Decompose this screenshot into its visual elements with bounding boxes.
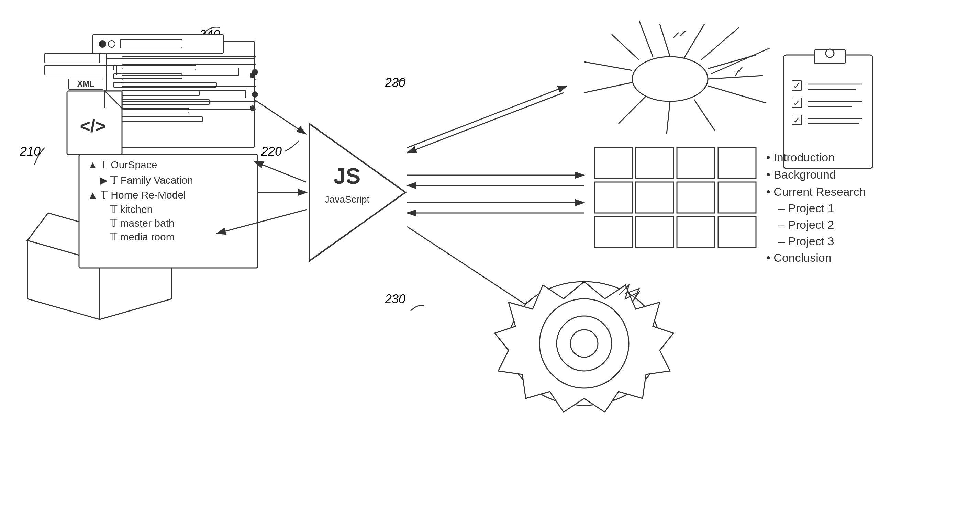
svg-point-17: [99, 41, 106, 48]
svg-rect-105: [718, 216, 756, 247]
svg-rect-104: [677, 216, 715, 247]
svg-line-71: [612, 34, 639, 60]
diagram-container: 240 220 230 210 230: [0, 0, 980, 509]
svg-line-54: [407, 93, 563, 153]
svg-point-81: [826, 49, 834, 57]
svg-line-62: [684, 24, 705, 59]
svg-marker-46: [309, 124, 406, 261]
svg-text:• Current Research: • Current Research: [766, 185, 866, 198]
svg-rect-20: [45, 53, 100, 63]
svg-point-32: [252, 91, 258, 98]
svg-rect-98: [595, 182, 632, 213]
svg-point-31: [252, 69, 258, 75]
svg-line-50: [254, 162, 306, 182]
svg-line-67: [667, 101, 670, 134]
svg-text:XML: XML: [77, 79, 95, 88]
svg-text:▶ 𝕋 Family Vacation: ▶ 𝕋 Family Vacation: [100, 174, 193, 186]
svg-point-60: [632, 57, 708, 101]
svg-text:✓: ✓: [793, 115, 801, 125]
svg-line-77: [739, 67, 742, 72]
svg-text:▲ 𝕋 Home Re-Model: ▲ 𝕋 Home Re-Model: [88, 189, 186, 201]
svg-line-49: [254, 100, 306, 134]
svg-line-61: [660, 24, 670, 57]
svg-rect-96: [677, 148, 715, 179]
svg-line-65: [708, 86, 766, 103]
svg-point-116: [570, 330, 598, 357]
svg-rect-101: [718, 182, 756, 213]
svg-text:𝕋 media room: 𝕋 media room: [110, 231, 175, 243]
svg-rect-99: [636, 182, 673, 213]
svg-text:JS: JS: [334, 164, 360, 189]
svg-text:𝕋 master bath: 𝕋 master bath: [110, 217, 175, 229]
svg-line-72: [639, 21, 653, 57]
svg-text:✓: ✓: [793, 98, 801, 108]
svg-text:✓: ✓: [793, 81, 801, 91]
svg-text:• Introduction: • Introduction: [766, 151, 835, 164]
svg-text:– Project 2: – Project 2: [778, 218, 834, 231]
svg-line-76: [673, 33, 679, 38]
svg-text:𝕋 kitchen: 𝕋 kitchen: [110, 204, 153, 215]
svg-line-78: [735, 70, 739, 76]
svg-rect-100: [677, 182, 715, 213]
svg-rect-103: [636, 216, 673, 247]
svg-line-66: [694, 100, 715, 130]
svg-rect-95: [636, 148, 673, 179]
svg-line-69: [584, 82, 632, 93]
svg-line-53: [407, 86, 567, 148]
svg-text:– Project 3: – Project 3: [778, 235, 834, 247]
svg-text:• Conclusion: • Conclusion: [766, 251, 832, 264]
svg-line-59: [407, 227, 533, 309]
svg-text:• Background: • Background: [766, 168, 836, 181]
svg-line-70: [584, 62, 632, 70]
svg-rect-97: [718, 148, 756, 179]
svg-line-68: [619, 96, 646, 124]
svg-text:</>: </>: [80, 116, 105, 136]
svg-line-64: [708, 76, 763, 79]
svg-text:▲ 𝕋 OurSpace: ▲ 𝕋 OurSpace: [88, 159, 157, 170]
svg-rect-94: [595, 148, 632, 179]
svg-line-73: [701, 27, 739, 60]
svg-point-15: [250, 105, 255, 111]
svg-rect-102: [595, 216, 632, 247]
svg-point-18: [108, 41, 115, 48]
svg-text:– Project 1: – Project 1: [778, 201, 834, 215]
svg-rect-39: [79, 155, 258, 268]
svg-text:JavaScript: JavaScript: [325, 194, 370, 205]
svg-line-75: [680, 31, 686, 36]
